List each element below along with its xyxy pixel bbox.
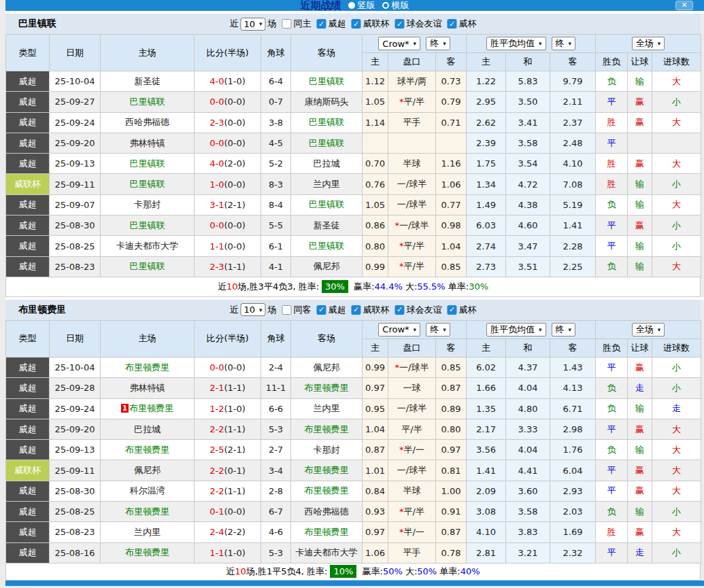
away-team[interactable]: 巴里镇联	[309, 138, 344, 148]
layout-radio-vertical[interactable]: 竖版	[348, 0, 375, 12]
competition-checkbox[interactable]: ✓	[395, 19, 405, 29]
home-team[interactable]: 布里顿费里	[129, 403, 173, 413]
score-cell: 1-0(0-0)	[195, 174, 261, 194]
match-row: 威超25-09-13巴里镇联4-0(2-0)5-2巴拉城0.70半球1.161.…	[6, 154, 701, 174]
away-team[interactable]: 康纳斯码头	[305, 97, 349, 107]
avg-type-select[interactable]: 胜平负均值▾	[486, 323, 546, 336]
away-team[interactable]: 卡那封	[314, 445, 340, 455]
chevron-down-icon: ▾	[259, 307, 263, 313]
handicap-result: 赢	[628, 154, 652, 174]
odds-time-select[interactable]: 终▾	[426, 323, 450, 336]
away-team[interactable]: 巴里镇联	[309, 199, 344, 209]
close-button[interactable]: ✕	[675, 1, 693, 10]
away-team[interactable]: 布里顿费里	[305, 465, 349, 475]
layout-radio-horizontal[interactable]: 横版	[382, 0, 409, 12]
same-venue-checkbox[interactable]	[282, 305, 292, 315]
away-team[interactable]: 巴里镇联	[309, 76, 344, 86]
match-count-select[interactable]: 10▾	[240, 303, 265, 316]
half-score: (1-0)	[224, 76, 245, 86]
odds-away: 0.87	[436, 522, 467, 542]
home-team[interactable]: 布里顿费里	[125, 547, 169, 557]
odds-company-select[interactable]: Crow*▾	[378, 323, 420, 336]
avg-type-select[interactable]: 胜平负均值▾	[486, 37, 546, 50]
home-team[interactable]: 弗林特镇	[130, 138, 165, 148]
home-team[interactable]: 西哈弗福德	[125, 117, 169, 127]
section-header: 布里顿费里近10▾场同客✓威超✓威联杯✓球会友谊✓威杯	[5, 300, 701, 320]
avg-away: 7.08	[550, 174, 596, 194]
competition-checkbox[interactable]: ✓	[448, 305, 457, 315]
away-team[interactable]: 兰内里	[314, 403, 340, 413]
away-team[interactable]: 卡迪夫都市大学	[296, 547, 358, 557]
home-team[interactable]: 巴里镇联	[130, 158, 165, 169]
competition-checkbox[interactable]: ✓	[448, 19, 457, 29]
avg-draw: 3.47	[506, 236, 550, 256]
competition-checkbox[interactable]: ✓	[352, 19, 361, 29]
full-score: 0-0	[209, 220, 224, 230]
summary-text: 场,胜1平5负4, 胜率:	[246, 566, 328, 578]
avg-time-select[interactable]: 终▾	[552, 37, 576, 50]
filter-near-label: 近	[229, 18, 238, 30]
home-team[interactable]: 科尔温湾	[130, 485, 165, 496]
same-venue-checkbox[interactable]	[282, 19, 292, 29]
home-team[interactable]: 巴拉城	[134, 424, 161, 434]
away-team[interactable]: 兰内里	[314, 179, 340, 189]
result-flag: 胜	[596, 154, 628, 174]
result-flag: 负	[596, 256, 628, 277]
result-flag: 胜	[596, 174, 628, 194]
team-section: 布里顿费里近10▾场同客✓威超✓威联杯✓球会友谊✓威杯类型日期主场比分(半场)角…	[5, 300, 704, 581]
away-team[interactable]: 布里顿费里	[305, 383, 349, 393]
competition-checkbox[interactable]: ✓	[395, 305, 405, 315]
match-date: 25-10-04	[50, 357, 101, 377]
home-team[interactable]: 布里顿费里	[125, 506, 169, 517]
away-team[interactable]: 新圣徒	[314, 220, 340, 230]
competition-checkbox[interactable]: ✓	[317, 305, 326, 315]
line-text: 平/半	[401, 424, 422, 434]
away-team[interactable]: 佩尼邦	[314, 362, 340, 373]
avg-away: 2.11	[550, 92, 596, 112]
home-team[interactable]: 巴里镇联	[130, 220, 165, 230]
away-team[interactable]: 佩尼邦	[314, 261, 340, 271]
away-team[interactable]: 巴拉城	[314, 158, 340, 169]
full-score: 2-3	[209, 262, 224, 272]
odds-home: 0.86	[363, 215, 388, 236]
match-count-select[interactable]: 10▾	[240, 18, 265, 31]
column-header-type: 类型	[6, 35, 50, 71]
summary-text: 场,胜3平4负3, 胜率:	[237, 281, 319, 293]
competition-checkbox[interactable]: ✓	[352, 305, 361, 315]
home-team[interactable]: 佩尼邦	[134, 465, 161, 475]
home-team[interactable]: 布里顿费里	[125, 445, 169, 455]
home-team[interactable]: 兰内里	[134, 527, 161, 537]
avg-away: 9.79	[550, 71, 596, 92]
handicap-result: 赢	[628, 357, 652, 377]
away-team[interactable]: 西哈弗福德	[305, 506, 349, 517]
home-team[interactable]: 巴里镇联	[130, 261, 165, 271]
match-row: 威超25-10-04新圣徒4-0(1-0)6-4巴里镇联1.12球半/两0.73…	[6, 71, 701, 92]
odds-home: 0.70	[363, 154, 388, 174]
competition-checkbox[interactable]: ✓	[317, 19, 326, 29]
home-team[interactable]: 布里顿费里	[125, 362, 169, 373]
away-team[interactable]: 布里顿费里	[305, 424, 349, 434]
home-team[interactable]: 卡迪夫都市大学	[116, 241, 178, 251]
home-team[interactable]: 卡那封	[134, 199, 161, 209]
radio-vertical-label: 竖版	[358, 0, 375, 12]
avg-draw: 5.83	[506, 71, 550, 92]
match-type: 威超	[6, 542, 50, 563]
scope-select[interactable]: 全场▾	[632, 37, 665, 50]
match-row: 威超25-09-07卡那封3-1(2-1)8-4巴里镇联1.05一/球半0.77…	[6, 194, 701, 215]
line-text: 一/球半	[397, 199, 426, 209]
match-row: 威超25-08-25布里顿费里0-1(0-0)6-7西哈弗福德0.93*平/半0…	[6, 502, 701, 522]
avg-time-select[interactable]: 终▾	[552, 323, 576, 336]
corners: 11-1	[261, 378, 291, 398]
home-team[interactable]: 巴里镇联	[130, 97, 165, 107]
odds-company-select[interactable]: Crow*▾	[378, 37, 420, 50]
away-team[interactable]: 巴里镇联	[309, 241, 344, 251]
home-team[interactable]: 巴里镇联	[130, 179, 165, 189]
away-team[interactable]: 布里顿费里	[305, 527, 349, 537]
summary-count: 10	[227, 281, 238, 292]
scope-select[interactable]: 全场▾	[632, 323, 665, 336]
home-team[interactable]: 新圣徒	[134, 76, 161, 86]
away-team[interactable]: 布里顿费里	[305, 485, 349, 496]
away-team[interactable]: 巴里镇联	[309, 117, 344, 127]
odds-time-select[interactable]: 终▾	[426, 37, 450, 50]
home-team[interactable]: 弗林特镇	[130, 383, 165, 393]
